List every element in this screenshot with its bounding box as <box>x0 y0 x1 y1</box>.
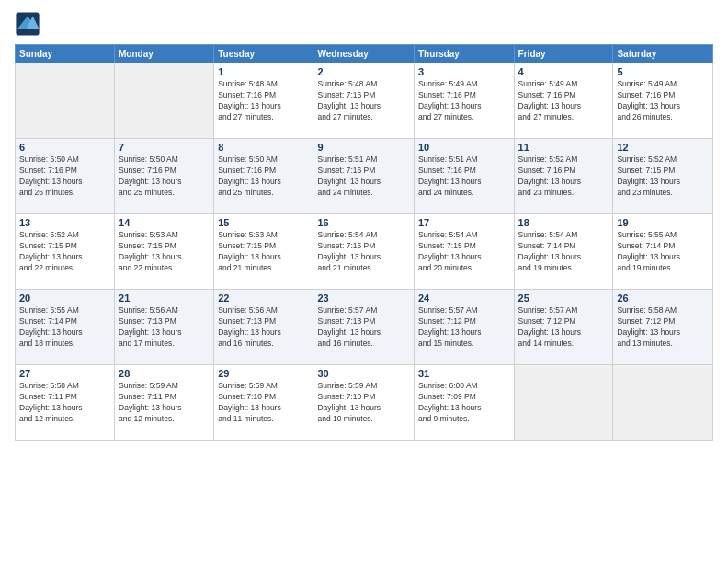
calendar-cell: 14Sunrise: 5:53 AM Sunset: 7:15 PM Dayli… <box>115 214 214 290</box>
day-info: Sunrise: 5:55 AM Sunset: 7:14 PM Dayligh… <box>617 230 709 274</box>
calendar-cell: 31Sunrise: 6:00 AM Sunset: 7:09 PM Dayli… <box>414 365 514 441</box>
calendar-cell: 26Sunrise: 5:58 AM Sunset: 7:12 PM Dayli… <box>613 290 713 365</box>
calendar-cell: 17Sunrise: 5:54 AM Sunset: 7:15 PM Dayli… <box>414 214 514 290</box>
calendar-cell <box>16 63 115 139</box>
day-info: Sunrise: 5:54 AM Sunset: 7:15 PM Dayligh… <box>418 230 510 274</box>
calendar-cell: 1Sunrise: 5:48 AM Sunset: 7:16 PM Daylig… <box>214 63 313 139</box>
day-number: 21 <box>119 293 210 304</box>
day-number: 20 <box>19 293 110 304</box>
weekday-header: Friday <box>514 45 613 63</box>
day-info: Sunrise: 5:58 AM Sunset: 7:11 PM Dayligh… <box>19 381 110 425</box>
day-info: Sunrise: 5:53 AM Sunset: 7:15 PM Dayligh… <box>119 230 210 274</box>
day-number: 5 <box>617 66 709 77</box>
logo-icon <box>15 11 40 37</box>
calendar-cell: 2Sunrise: 5:48 AM Sunset: 7:16 PM Daylig… <box>313 63 414 139</box>
weekday-header: Tuesday <box>214 45 313 63</box>
calendar-week-row: 1Sunrise: 5:48 AM Sunset: 7:16 PM Daylig… <box>16 63 713 139</box>
day-number: 7 <box>119 142 210 153</box>
day-info: Sunrise: 5:52 AM Sunset: 7:16 PM Dayligh… <box>518 155 609 199</box>
calendar-cell: 15Sunrise: 5:53 AM Sunset: 7:15 PM Dayli… <box>214 214 313 290</box>
calendar-cell: 27Sunrise: 5:58 AM Sunset: 7:11 PM Dayli… <box>16 365 115 441</box>
day-number: 4 <box>518 66 609 77</box>
day-info: Sunrise: 5:50 AM Sunset: 7:16 PM Dayligh… <box>19 155 110 199</box>
day-number: 9 <box>317 142 409 153</box>
calendar: SundayMondayTuesdayWednesdayThursdayFrid… <box>15 44 713 441</box>
day-info: Sunrise: 5:59 AM Sunset: 7:11 PM Dayligh… <box>119 381 210 425</box>
day-info: Sunrise: 5:49 AM Sunset: 7:16 PM Dayligh… <box>418 79 510 123</box>
day-number: 18 <box>518 217 609 228</box>
page: SundayMondayTuesdayWednesdayThursdayFrid… <box>0 0 728 563</box>
calendar-cell: 20Sunrise: 5:55 AM Sunset: 7:14 PM Dayli… <box>16 290 115 365</box>
day-number: 2 <box>317 66 409 77</box>
day-number: 25 <box>518 293 609 304</box>
weekday-header: Saturday <box>613 45 713 63</box>
day-number: 6 <box>19 142 110 153</box>
day-info: Sunrise: 5:57 AM Sunset: 7:12 PM Dayligh… <box>418 305 510 350</box>
calendar-week-row: 27Sunrise: 5:58 AM Sunset: 7:11 PM Dayli… <box>16 365 713 441</box>
day-info: Sunrise: 5:50 AM Sunset: 7:16 PM Dayligh… <box>218 155 309 199</box>
day-number: 31 <box>418 368 510 379</box>
calendar-cell: 29Sunrise: 5:59 AM Sunset: 7:10 PM Dayli… <box>214 365 313 441</box>
calendar-week-row: 20Sunrise: 5:55 AM Sunset: 7:14 PM Dayli… <box>16 290 713 365</box>
calendar-cell: 19Sunrise: 5:55 AM Sunset: 7:14 PM Dayli… <box>613 214 713 290</box>
calendar-cell: 23Sunrise: 5:57 AM Sunset: 7:13 PM Dayli… <box>313 290 414 365</box>
calendar-header-row: SundayMondayTuesdayWednesdayThursdayFrid… <box>16 45 713 63</box>
day-number: 1 <box>218 66 309 77</box>
day-number: 15 <box>218 217 309 228</box>
day-info: Sunrise: 5:54 AM Sunset: 7:15 PM Dayligh… <box>317 230 409 274</box>
day-number: 12 <box>617 142 709 153</box>
day-number: 26 <box>617 293 709 304</box>
day-info: Sunrise: 5:57 AM Sunset: 7:13 PM Dayligh… <box>317 305 409 350</box>
day-info: Sunrise: 5:51 AM Sunset: 7:16 PM Dayligh… <box>418 155 510 199</box>
day-info: Sunrise: 5:56 AM Sunset: 7:13 PM Dayligh… <box>218 305 309 350</box>
day-number: 28 <box>119 368 210 379</box>
day-info: Sunrise: 5:52 AM Sunset: 7:15 PM Dayligh… <box>19 230 110 274</box>
calendar-cell: 21Sunrise: 5:56 AM Sunset: 7:13 PM Dayli… <box>115 290 214 365</box>
day-number: 11 <box>518 142 609 153</box>
day-info: Sunrise: 5:56 AM Sunset: 7:13 PM Dayligh… <box>119 305 210 350</box>
weekday-header: Sunday <box>16 45 115 63</box>
calendar-cell: 24Sunrise: 5:57 AM Sunset: 7:12 PM Dayli… <box>414 290 514 365</box>
day-info: Sunrise: 5:49 AM Sunset: 7:16 PM Dayligh… <box>518 79 609 123</box>
day-info: Sunrise: 5:48 AM Sunset: 7:16 PM Dayligh… <box>218 79 309 123</box>
day-info: Sunrise: 5:51 AM Sunset: 7:16 PM Dayligh… <box>317 155 409 199</box>
calendar-cell <box>115 63 214 139</box>
day-info: Sunrise: 6:00 AM Sunset: 7:09 PM Dayligh… <box>418 381 510 425</box>
day-info: Sunrise: 5:55 AM Sunset: 7:14 PM Dayligh… <box>19 305 110 350</box>
calendar-week-row: 13Sunrise: 5:52 AM Sunset: 7:15 PM Dayli… <box>16 214 713 290</box>
day-number: 16 <box>317 217 409 228</box>
calendar-cell: 5Sunrise: 5:49 AM Sunset: 7:16 PM Daylig… <box>613 63 713 139</box>
day-info: Sunrise: 5:49 AM Sunset: 7:16 PM Dayligh… <box>617 79 709 123</box>
calendar-cell: 3Sunrise: 5:49 AM Sunset: 7:16 PM Daylig… <box>414 63 514 139</box>
day-info: Sunrise: 5:52 AM Sunset: 7:15 PM Dayligh… <box>617 155 709 199</box>
day-info: Sunrise: 5:58 AM Sunset: 7:12 PM Dayligh… <box>617 305 709 350</box>
calendar-cell: 11Sunrise: 5:52 AM Sunset: 7:16 PM Dayli… <box>514 139 613 214</box>
calendar-cell: 10Sunrise: 5:51 AM Sunset: 7:16 PM Dayli… <box>414 139 514 214</box>
logo <box>15 11 44 37</box>
calendar-cell <box>514 365 613 441</box>
calendar-cell: 6Sunrise: 5:50 AM Sunset: 7:16 PM Daylig… <box>16 139 115 214</box>
day-info: Sunrise: 5:59 AM Sunset: 7:10 PM Dayligh… <box>317 381 409 425</box>
calendar-cell: 7Sunrise: 5:50 AM Sunset: 7:16 PM Daylig… <box>115 139 214 214</box>
day-number: 19 <box>617 217 709 228</box>
calendar-cell: 25Sunrise: 5:57 AM Sunset: 7:12 PM Dayli… <box>514 290 613 365</box>
day-number: 30 <box>317 368 409 379</box>
day-number: 13 <box>19 217 110 228</box>
day-number: 27 <box>19 368 110 379</box>
calendar-cell: 4Sunrise: 5:49 AM Sunset: 7:16 PM Daylig… <box>514 63 613 139</box>
day-number: 24 <box>418 293 510 304</box>
header <box>15 11 713 37</box>
day-info: Sunrise: 5:50 AM Sunset: 7:16 PM Dayligh… <box>119 155 210 199</box>
day-number: 17 <box>418 217 510 228</box>
calendar-cell: 12Sunrise: 5:52 AM Sunset: 7:15 PM Dayli… <box>613 139 713 214</box>
day-info: Sunrise: 5:53 AM Sunset: 7:15 PM Dayligh… <box>218 230 309 274</box>
calendar-cell: 16Sunrise: 5:54 AM Sunset: 7:15 PM Dayli… <box>313 214 414 290</box>
calendar-cell: 8Sunrise: 5:50 AM Sunset: 7:16 PM Daylig… <box>214 139 313 214</box>
day-number: 10 <box>418 142 510 153</box>
weekday-header: Monday <box>115 45 214 63</box>
calendar-cell: 18Sunrise: 5:54 AM Sunset: 7:14 PM Dayli… <box>514 214 613 290</box>
calendar-cell: 13Sunrise: 5:52 AM Sunset: 7:15 PM Dayli… <box>16 214 115 290</box>
calendar-cell <box>613 365 713 441</box>
calendar-cell: 30Sunrise: 5:59 AM Sunset: 7:10 PM Dayli… <box>313 365 414 441</box>
day-number: 8 <box>218 142 309 153</box>
